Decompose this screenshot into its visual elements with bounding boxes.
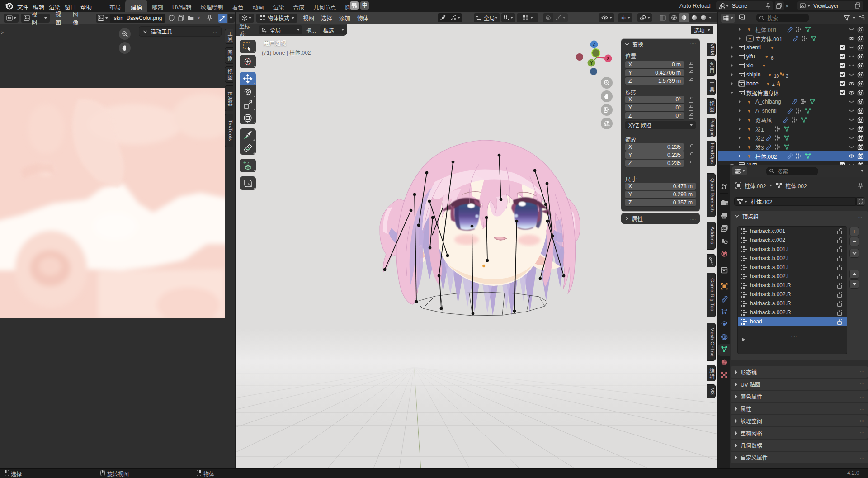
svg-text:X: X [607,56,610,61]
svg-text:Z: Z [593,42,595,47]
svg-text:Y: Y [590,61,593,66]
